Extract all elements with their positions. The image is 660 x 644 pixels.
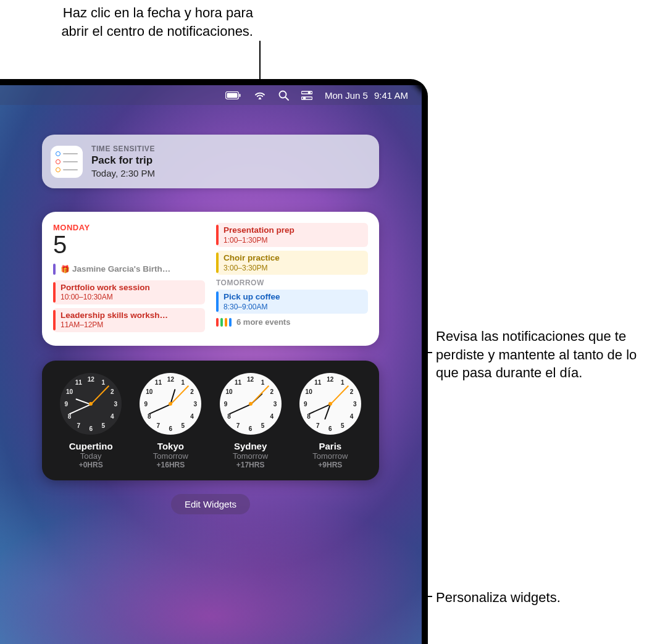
menubar-date: Mon Jun 5 <box>325 90 368 101</box>
calendar-event: Presentation prep1:00–1:30PM <box>216 223 368 247</box>
device-frame: Mon Jun 5 9:41 AM TIME SENSITIVE Pack fo… <box>0 79 428 644</box>
clock-day: Tomorrow <box>212 451 288 461</box>
clock-day: Tomorrow <box>293 451 368 461</box>
calendar-event: Leadership skills worksh…11AM–12PM <box>53 308 205 332</box>
control-center-icon[interactable] <box>301 91 312 100</box>
menubar-datetime[interactable]: Mon Jun 5 9:41 AM <box>325 90 408 101</box>
svg-line-5 <box>285 97 288 100</box>
calendar-event: Portfolio work session10:00–10:30AM <box>53 280 205 304</box>
calendar-event: Choir practice3:00–3:30PM <box>216 251 368 275</box>
menubar: Mon Jun 5 9:41 AM <box>0 85 422 105</box>
svg-point-7 <box>308 91 311 94</box>
calendar-event: 🎁Jasmine Garcia's Birth… <box>53 262 205 277</box>
calendar-daynum: 5 <box>53 232 205 257</box>
notification-subtitle: Today, 2:30 PM <box>91 168 155 178</box>
clock-city: Paris <box>293 441 368 451</box>
notification-title: Pack for trip <box>91 154 155 167</box>
svg-point-4 <box>279 91 286 98</box>
callout-top: Haz clic en la fecha y hora para abrir e… <box>43 4 253 40</box>
battery-icon[interactable] <box>225 91 241 99</box>
notification-center: TIME SENSITIVE Pack for trip Today, 2:30… <box>42 135 379 514</box>
calendar-widget[interactable]: MONDAY 5 🎁Jasmine Garcia's Birth…Portfol… <box>42 212 379 346</box>
wifi-icon[interactable] <box>254 91 266 99</box>
callout-review: Revisa las notificaciones que te perdist… <box>436 327 646 382</box>
clock-day: Today <box>53 451 128 461</box>
clock-offset: +16HRS <box>133 461 208 469</box>
calendar-event: Pick up coffee8:30–9:00AM <box>216 290 368 314</box>
clock-item: 123456789101112TokyoTomorrow+16HRS <box>133 373 208 469</box>
clock-item: 123456789101112ParisTomorrow+9HRS <box>293 373 368 469</box>
clock-city: Tokyo <box>133 441 208 451</box>
notification-label: TIME SENSITIVE <box>91 144 155 153</box>
clock-day: Tomorrow <box>133 451 208 461</box>
clock-offset: +0HRS <box>53 461 128 469</box>
svg-point-9 <box>303 96 306 99</box>
clock-city: Cupertino <box>53 441 128 451</box>
clock-offset: +17HRS <box>212 461 288 469</box>
notification-card[interactable]: TIME SENSITIVE Pack for trip Today, 2:30… <box>42 135 379 188</box>
world-clock-widget[interactable]: 123456789101112CupertinoToday+0HRS123456… <box>42 361 379 480</box>
clock-city: Sydney <box>212 441 288 451</box>
calendar-dayname: MONDAY <box>53 223 205 232</box>
svg-point-3 <box>259 97 261 99</box>
edit-widgets-button[interactable]: Edit Widgets <box>171 494 250 514</box>
svg-rect-2 <box>239 94 240 97</box>
clock-offset: +9HRS <box>293 461 368 469</box>
menubar-time: 9:41 AM <box>374 90 408 101</box>
calendar-more-label: 6 more events <box>236 317 290 327</box>
reminders-icon <box>51 146 83 178</box>
svg-rect-1 <box>227 93 237 98</box>
calendar-tomorrow-label: TOMORROW <box>216 278 368 287</box>
clock-item: 123456789101112SydneyTomorrow+17HRS <box>212 373 288 469</box>
calendar-more-events: 6 more events <box>216 317 368 327</box>
screen: Mon Jun 5 9:41 AM TIME SENSITIVE Pack fo… <box>0 85 422 644</box>
callout-customize: Personaliza widgets. <box>436 588 646 607</box>
search-icon[interactable] <box>278 90 289 101</box>
clock-item: 123456789101112CupertinoToday+0HRS <box>53 373 128 469</box>
